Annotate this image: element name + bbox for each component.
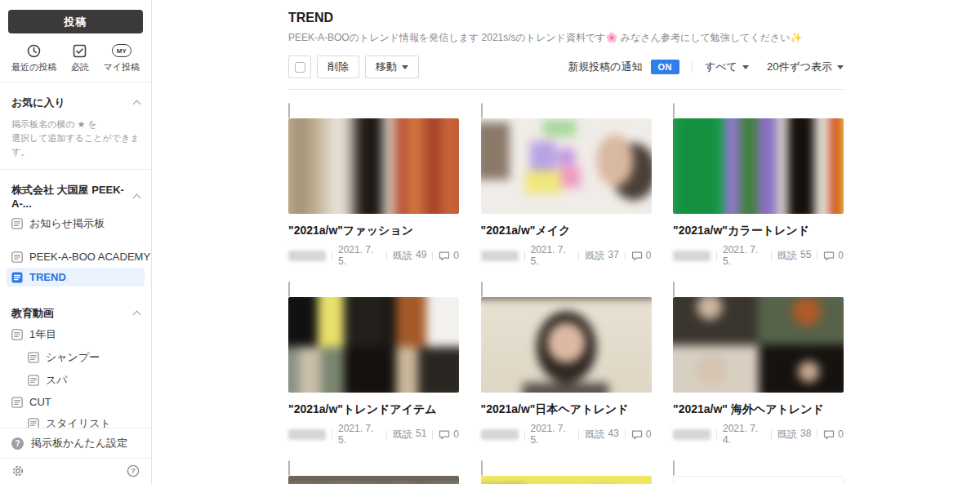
- sidebar-item--[interactable]: スパ: [23, 370, 145, 391]
- blurred-image: [481, 476, 652, 484]
- help-filled-icon: ?: [11, 437, 24, 450]
- post-title: "2021a/w"トレンドアイテム: [288, 402, 459, 417]
- makeup-collage-thumbnail[interactable]: [481, 118, 652, 214]
- post-checkbox[interactable]: [673, 282, 675, 297]
- author-name-redacted: [673, 251, 710, 261]
- help-icon[interactable]: ?: [127, 464, 140, 477]
- post-title: "2021a/w"日本ヘアトレンド: [481, 402, 652, 417]
- pantone-swatch-card-thumbnail[interactable]: [673, 476, 844, 484]
- yellow-collage-thumbnail[interactable]: [481, 476, 652, 484]
- fashion-collage-thumbnail[interactable]: [288, 118, 459, 214]
- board-icon: [11, 397, 23, 408]
- select-all-checkbox-button[interactable]: [288, 56, 311, 78]
- meta-separator: [432, 430, 433, 439]
- post-card[interactable]: "2021a/w" 海外ヘアトレンド2021. 7. 4.既読380: [673, 282, 844, 446]
- chevron-up-icon: [133, 100, 141, 109]
- read-count-label: 既読: [777, 249, 797, 263]
- caret-down-icon: [742, 65, 749, 69]
- meta-separator: [716, 251, 717, 260]
- sidebar-section-header[interactable]: 株式会社 大国屋 PEEK-A-...: [11, 183, 140, 210]
- sidebar-item-cut[interactable]: CUT: [7, 393, 145, 411]
- new-post-button[interactable]: 投稿: [8, 10, 143, 33]
- blurred-image: [481, 118, 652, 214]
- sidebar-item-peek-a-boo-academy[interactable]: PEEK-A-BOO ACADEMY: [7, 247, 145, 266]
- board-icon: [11, 251, 23, 263]
- comment-count-value: 0: [838, 428, 844, 440]
- sidebar-item-trend[interactable]: TREND: [7, 268, 145, 286]
- post-checkbox[interactable]: [673, 460, 675, 476]
- sidebar-section: 株式会社 大国屋 PEEK-A-...お知らせ掲示板PEEK-A-BOO ACA…: [0, 170, 151, 293]
- clock-icon: [27, 43, 41, 58]
- filter-dropdown[interactable]: すべて: [705, 60, 749, 74]
- quick-link-label: 最近の投稿: [11, 61, 56, 73]
- sidebar-item-1-[interactable]: 1年目: [7, 324, 145, 345]
- meta-separator: [432, 251, 433, 260]
- settings-gear-icon[interactable]: [11, 464, 24, 477]
- must-read-link[interactable]: 必読: [71, 43, 89, 73]
- board-icon: [11, 329, 23, 340]
- post-meta: 2021. 7. 4.既読380: [673, 423, 844, 446]
- sidebar-sections: 株式会社 大国屋 PEEK-A-...お知らせ掲示板PEEK-A-BOO ACA…: [0, 170, 151, 428]
- sidebar-item--[interactable]: お知らせ掲示板: [7, 213, 145, 234]
- blurred-image: [673, 297, 844, 393]
- chevron-up-icon: [133, 193, 141, 202]
- sidebar-item--[interactable]: スタイリスト: [23, 413, 145, 428]
- post-checkbox[interactable]: [481, 460, 483, 476]
- post-card[interactable]: "2021a/w"ファッション2021. 7. 5.既読490: [288, 104, 459, 267]
- meta-separator: [332, 430, 332, 439]
- comment-icon: [823, 429, 835, 440]
- post-card[interactable]: [673, 461, 844, 484]
- post-card[interactable]: 2021S/S: [288, 461, 459, 484]
- my-posts-link[interactable]: MY マイ投稿: [103, 43, 140, 73]
- japan-hair-portrait-thumbnail[interactable]: [481, 297, 652, 393]
- post-date: 2021. 7. 4.: [723, 423, 765, 446]
- svg-text:?: ?: [131, 467, 136, 475]
- notification-toggle-on[interactable]: ON: [651, 60, 680, 74]
- post-checkbox[interactable]: [288, 103, 290, 118]
- comment-count: 0: [823, 250, 844, 261]
- read-count: 既読49: [393, 249, 426, 263]
- meta-separator: [716, 430, 717, 439]
- comment-count: 0: [631, 250, 652, 261]
- post-card[interactable]: "2021a/w"カラートレンド2021. 7. 5.既読550: [673, 104, 844, 267]
- board-easy-setup-link[interactable]: ? 掲示板かんたん設定: [0, 428, 151, 458]
- filter-label: すべて: [705, 60, 737, 74]
- 2021ss-collage-thumbnail[interactable]: 2021S/S: [288, 476, 459, 484]
- sidebar-item--[interactable]: シャンプー: [23, 347, 145, 368]
- sidebar-section-header[interactable]: 教育動画: [11, 306, 140, 321]
- post-card[interactable]: "2021a/w"日本ヘアトレンド2021. 7. 5.既読430: [481, 282, 652, 446]
- page-size-dropdown[interactable]: 20件ずつ表示: [767, 60, 844, 74]
- delete-button[interactable]: 削除: [317, 56, 359, 78]
- post-checkbox[interactable]: [481, 282, 483, 297]
- post-date: 2021. 7. 5.: [723, 244, 765, 267]
- move-dropdown-button[interactable]: 移動: [365, 56, 419, 78]
- post-checkbox[interactable]: [673, 103, 675, 118]
- overseas-hair-grid-thumbnail[interactable]: [673, 297, 844, 393]
- board-icon: [28, 375, 39, 386]
- post-checkbox[interactable]: [481, 103, 483, 118]
- post-checkbox[interactable]: [288, 460, 290, 476]
- comment-icon: [631, 429, 643, 440]
- post-card[interactable]: [481, 461, 652, 484]
- recent-posts-link[interactable]: 最近の投稿: [11, 43, 56, 73]
- sidebar-item-label: CUT: [29, 396, 51, 408]
- sidebar-item-label: スパ: [46, 373, 68, 388]
- board-icon: [28, 352, 39, 363]
- favorites-title: お気に入り: [11, 95, 65, 110]
- trend-items-collage-thumbnail[interactable]: [288, 297, 459, 393]
- blurred-image: [481, 297, 652, 393]
- favorites-header[interactable]: お気に入り: [11, 95, 140, 110]
- blurred-image: [288, 118, 459, 214]
- meta-separator: [771, 251, 772, 260]
- color-trend-collage-thumbnail[interactable]: [673, 118, 844, 214]
- post-title: "2021a/w" 海外ヘアトレンド: [673, 402, 844, 417]
- meta-separator: [332, 251, 332, 260]
- sidebar-section: 教育動画1年目シャンプースパCUTスタイリストA teamB team: [0, 293, 151, 428]
- post-card[interactable]: "2021a/w"トレンドアイテム2021. 7. 5.既読510: [288, 282, 459, 446]
- select-all-checkbox[interactable]: [295, 62, 305, 73]
- blurred-image: [288, 297, 459, 393]
- post-checkbox[interactable]: [288, 282, 290, 297]
- comment-count-value: 0: [646, 250, 652, 261]
- toolbar: 削除 移動 新規投稿の通知 ON すべて 20件ずつ表示: [288, 56, 844, 78]
- post-card[interactable]: "2021a/w"メイク2021. 7. 5.既読370: [481, 104, 652, 267]
